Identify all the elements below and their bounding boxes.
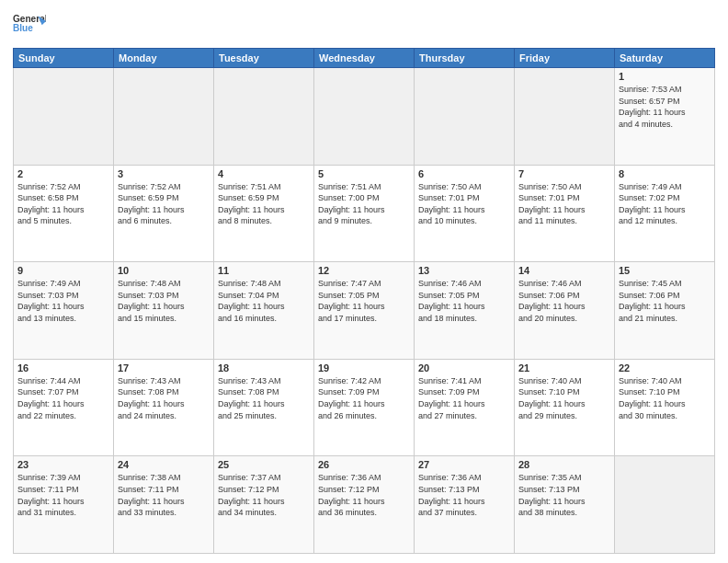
day-number: 16: [17, 362, 109, 373]
day-info: Sunrise: 7:36 AM Sunset: 7:12 PM Dayligh…: [318, 472, 410, 518]
day-cell: 19Sunrise: 7:42 AM Sunset: 7:09 PM Dayli…: [314, 359, 415, 456]
day-number: 8: [619, 168, 711, 179]
weekday-saturday: Saturday: [615, 49, 715, 68]
day-cell: 22Sunrise: 7:40 AM Sunset: 7:10 PM Dayli…: [615, 359, 715, 456]
day-number: 1: [619, 71, 711, 82]
day-cell: 26Sunrise: 7:36 AM Sunset: 7:12 PM Dayli…: [314, 456, 415, 554]
day-cell: 10Sunrise: 7:48 AM Sunset: 7:03 PM Dayli…: [114, 262, 214, 360]
day-cell: 6Sunrise: 7:50 AM Sunset: 7:01 PM Daylig…: [415, 165, 515, 262]
day-cell: 3Sunrise: 7:52 AM Sunset: 6:59 PM Daylig…: [114, 165, 214, 262]
logo-bird-icon: General Blue: [13, 9, 46, 42]
day-cell: [415, 68, 515, 166]
day-cell: [114, 68, 214, 166]
day-cell: 24Sunrise: 7:38 AM Sunset: 7:11 PM Dayli…: [114, 456, 214, 554]
day-info: Sunrise: 7:49 AM Sunset: 7:03 PM Dayligh…: [17, 278, 109, 324]
day-cell: 1Sunrise: 7:53 AM Sunset: 6:57 PM Daylig…: [615, 68, 715, 166]
day-info: Sunrise: 7:35 AM Sunset: 7:13 PM Dayligh…: [518, 472, 610, 518]
day-number: 2: [17, 168, 109, 179]
day-cell: 25Sunrise: 7:37 AM Sunset: 7:12 PM Dayli…: [214, 456, 314, 554]
weekday-tuesday: Tuesday: [214, 49, 314, 68]
day-number: 10: [118, 265, 210, 276]
day-info: Sunrise: 7:51 AM Sunset: 7:00 PM Dayligh…: [318, 181, 410, 227]
day-cell: [314, 68, 415, 166]
day-info: Sunrise: 7:52 AM Sunset: 6:58 PM Dayligh…: [17, 181, 109, 227]
day-cell: 2Sunrise: 7:52 AM Sunset: 6:58 PM Daylig…: [14, 165, 114, 262]
day-info: Sunrise: 7:52 AM Sunset: 6:59 PM Dayligh…: [118, 181, 210, 227]
day-info: Sunrise: 7:46 AM Sunset: 7:06 PM Dayligh…: [518, 278, 610, 324]
calendar-table: SundayMondayTuesdayWednesdayThursdayFrid…: [13, 48, 715, 554]
day-info: Sunrise: 7:45 AM Sunset: 7:06 PM Dayligh…: [619, 278, 711, 324]
day-cell: 12Sunrise: 7:47 AM Sunset: 7:05 PM Dayli…: [314, 262, 415, 360]
day-number: 22: [619, 362, 711, 373]
day-number: 6: [418, 168, 510, 179]
week-row-4: 16Sunrise: 7:44 AM Sunset: 7:07 PM Dayli…: [14, 359, 715, 456]
weekday-monday: Monday: [114, 49, 214, 68]
day-number: 19: [318, 362, 410, 373]
day-info: Sunrise: 7:46 AM Sunset: 7:05 PM Dayligh…: [418, 278, 510, 324]
week-row-3: 9Sunrise: 7:49 AM Sunset: 7:03 PM Daylig…: [14, 262, 715, 360]
day-info: Sunrise: 7:49 AM Sunset: 7:02 PM Dayligh…: [619, 181, 711, 227]
day-info: Sunrise: 7:37 AM Sunset: 7:12 PM Dayligh…: [218, 472, 310, 518]
day-info: Sunrise: 7:43 AM Sunset: 7:08 PM Dayligh…: [218, 375, 310, 421]
day-number: 28: [518, 459, 610, 470]
day-info: Sunrise: 7:38 AM Sunset: 7:11 PM Dayligh…: [118, 472, 210, 518]
day-cell: 4Sunrise: 7:51 AM Sunset: 6:59 PM Daylig…: [214, 165, 314, 262]
day-cell: 20Sunrise: 7:41 AM Sunset: 7:09 PM Dayli…: [415, 359, 515, 456]
day-number: 27: [418, 459, 510, 470]
day-number: 3: [118, 168, 210, 179]
day-cell: 9Sunrise: 7:49 AM Sunset: 7:03 PM Daylig…: [14, 262, 114, 360]
day-info: Sunrise: 7:40 AM Sunset: 7:10 PM Dayligh…: [619, 375, 711, 421]
day-cell: 18Sunrise: 7:43 AM Sunset: 7:08 PM Dayli…: [214, 359, 314, 456]
day-number: 12: [318, 265, 410, 276]
day-cell: 17Sunrise: 7:43 AM Sunset: 7:08 PM Dayli…: [114, 359, 214, 456]
weekday-sunday: Sunday: [14, 49, 114, 68]
day-info: Sunrise: 7:43 AM Sunset: 7:08 PM Dayligh…: [118, 375, 210, 421]
svg-text:Blue: Blue: [13, 23, 33, 33]
day-cell: 15Sunrise: 7:45 AM Sunset: 7:06 PM Dayli…: [615, 262, 715, 360]
day-info: Sunrise: 7:44 AM Sunset: 7:07 PM Dayligh…: [17, 375, 109, 421]
day-number: 4: [218, 168, 310, 179]
day-info: Sunrise: 7:42 AM Sunset: 7:09 PM Dayligh…: [318, 375, 410, 421]
day-cell: 23Sunrise: 7:39 AM Sunset: 7:11 PM Dayli…: [14, 456, 114, 554]
weekday-wednesday: Wednesday: [314, 49, 415, 68]
day-info: Sunrise: 7:36 AM Sunset: 7:13 PM Dayligh…: [418, 472, 510, 518]
day-cell: 11Sunrise: 7:48 AM Sunset: 7:04 PM Dayli…: [214, 262, 314, 360]
header: General Blue: [13, 9, 715, 42]
day-info: Sunrise: 7:47 AM Sunset: 7:05 PM Dayligh…: [318, 278, 410, 324]
day-cell: 7Sunrise: 7:50 AM Sunset: 7:01 PM Daylig…: [515, 165, 615, 262]
weekday-friday: Friday: [515, 49, 615, 68]
day-info: Sunrise: 7:40 AM Sunset: 7:10 PM Dayligh…: [518, 375, 610, 421]
day-info: Sunrise: 7:50 AM Sunset: 7:01 PM Dayligh…: [418, 181, 510, 227]
day-number: 20: [418, 362, 510, 373]
day-number: 25: [218, 459, 310, 470]
day-cell: 27Sunrise: 7:36 AM Sunset: 7:13 PM Dayli…: [415, 456, 515, 554]
logo: General Blue: [13, 9, 46, 42]
day-cell: 8Sunrise: 7:49 AM Sunset: 7:02 PM Daylig…: [615, 165, 715, 262]
day-info: Sunrise: 7:50 AM Sunset: 7:01 PM Dayligh…: [518, 181, 610, 227]
day-info: Sunrise: 7:41 AM Sunset: 7:09 PM Dayligh…: [418, 375, 510, 421]
day-cell: 13Sunrise: 7:46 AM Sunset: 7:05 PM Dayli…: [415, 262, 515, 360]
day-number: 17: [118, 362, 210, 373]
day-cell: 14Sunrise: 7:46 AM Sunset: 7:06 PM Dayli…: [515, 262, 615, 360]
week-row-1: 1Sunrise: 7:53 AM Sunset: 6:57 PM Daylig…: [14, 68, 715, 166]
day-info: Sunrise: 7:39 AM Sunset: 7:11 PM Dayligh…: [17, 472, 109, 518]
day-info: Sunrise: 7:48 AM Sunset: 7:04 PM Dayligh…: [218, 278, 310, 324]
day-number: 18: [218, 362, 310, 373]
day-cell: 21Sunrise: 7:40 AM Sunset: 7:10 PM Dayli…: [515, 359, 615, 456]
day-number: 13: [418, 265, 510, 276]
day-info: Sunrise: 7:51 AM Sunset: 6:59 PM Dayligh…: [218, 181, 310, 227]
day-number: 9: [17, 265, 109, 276]
day-number: 21: [518, 362, 610, 373]
day-number: 26: [318, 459, 410, 470]
day-number: 15: [619, 265, 711, 276]
day-cell: [214, 68, 314, 166]
day-number: 24: [118, 459, 210, 470]
day-cell: 28Sunrise: 7:35 AM Sunset: 7:13 PM Dayli…: [515, 456, 615, 554]
week-row-2: 2Sunrise: 7:52 AM Sunset: 6:58 PM Daylig…: [14, 165, 715, 262]
day-number: 23: [17, 459, 109, 470]
week-row-5: 23Sunrise: 7:39 AM Sunset: 7:11 PM Dayli…: [14, 456, 715, 554]
day-cell: 5Sunrise: 7:51 AM Sunset: 7:00 PM Daylig…: [314, 165, 415, 262]
day-cell: [14, 68, 114, 166]
day-cell: [515, 68, 615, 166]
day-cell: [615, 456, 715, 554]
